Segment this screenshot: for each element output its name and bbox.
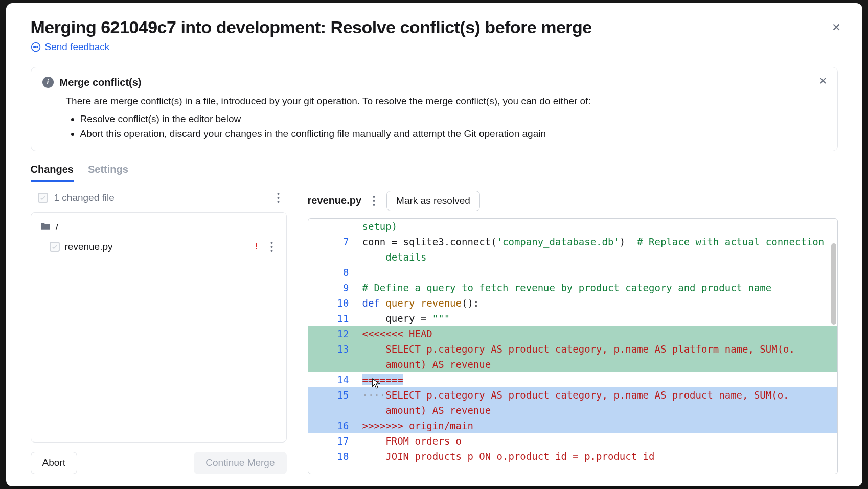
close-icon <box>831 21 842 33</box>
dialog-close-button[interactable] <box>831 21 842 33</box>
code-line[interactable]: 7conn = sqlite3.connect('company_databas… <box>308 234 837 249</box>
feedback-label: Send feedback <box>45 41 110 53</box>
line-content[interactable]: ····SELECT p.category AS product_categor… <box>360 387 837 403</box>
kebab-icon <box>270 242 273 252</box>
line-number: 9 <box>308 280 360 295</box>
code-line[interactable]: 9# Define a query to fetch revenue by pr… <box>308 280 837 295</box>
tab-changes[interactable]: Changes <box>31 164 74 182</box>
info-banner: i Merge conflict(s) There are merge conf… <box>31 67 838 151</box>
line-number: 7 <box>308 234 360 249</box>
file-checkbox[interactable] <box>50 242 60 252</box>
code-editor[interactable]: setup)7conn = sqlite3.connect('company_d… <box>308 218 838 474</box>
line-content[interactable]: <<<<<<< HEAD <box>360 326 837 341</box>
line-number: 16 <box>308 418 360 433</box>
file-item-menu-button[interactable] <box>266 240 277 254</box>
svg-point-2 <box>35 46 36 48</box>
kebab-icon <box>373 196 375 206</box>
line-number <box>308 249 360 265</box>
code-line[interactable]: 10def query_revenue(): <box>308 295 837 311</box>
svg-point-8 <box>270 246 272 248</box>
merge-conflict-dialog: Merging 621049c7 into development: Resol… <box>6 3 862 486</box>
code-line[interactable]: 8 <box>308 265 837 280</box>
conflict-marker-icon: ! <box>255 241 258 252</box>
info-close-button[interactable] <box>818 76 828 87</box>
file-list-menu-button[interactable] <box>273 191 284 205</box>
svg-point-1 <box>33 46 34 48</box>
code-line[interactable]: 14======= <box>308 372 837 387</box>
code-line-wrap[interactable]: amount) AS revenue <box>308 357 837 372</box>
line-content[interactable]: details <box>360 249 837 265</box>
svg-point-3 <box>37 46 38 48</box>
code-line-wrap[interactable]: details <box>308 249 837 265</box>
code-line[interactable]: 15····SELECT p.category AS product_categ… <box>308 387 837 403</box>
line-content[interactable]: FROM orders o <box>360 433 837 449</box>
mark-as-resolved-button[interactable]: Mark as resolved <box>386 191 480 211</box>
tree-file-revenue[interactable]: revenue.py ! <box>35 237 282 257</box>
svg-point-9 <box>270 250 272 252</box>
file-list-pane: 1 changed file / revenue.py ! <box>31 182 296 474</box>
line-number: 17 <box>308 433 360 449</box>
code-line[interactable]: 16>>>>>>> origin/main <box>308 418 837 433</box>
tab-settings[interactable]: Settings <box>88 164 128 182</box>
abort-button[interactable]: Abort <box>31 452 77 474</box>
svg-point-6 <box>277 201 279 203</box>
folder-icon <box>40 222 51 234</box>
line-content[interactable]: JOIN products p ON o.product_id = p.prod… <box>360 449 837 464</box>
line-number: 12 <box>308 326 360 341</box>
info-icon: i <box>42 77 54 88</box>
svg-point-7 <box>270 242 272 244</box>
line-content[interactable]: def query_revenue(): <box>360 295 837 311</box>
continue-merge-button: Continue Merge <box>194 452 286 474</box>
line-content[interactable]: amount) AS revenue <box>360 357 837 372</box>
code-line[interactable]: 11 query = """ <box>308 311 837 326</box>
tree-root[interactable]: / <box>35 219 282 237</box>
close-icon <box>818 76 828 86</box>
editor-menu-button[interactable] <box>369 194 379 208</box>
line-content[interactable]: # Define a query to fetch revenue by pro… <box>360 280 837 295</box>
info-body: There are merge conflict(s) in a file, i… <box>42 94 826 142</box>
line-number: 14 <box>308 372 360 387</box>
check-icon <box>39 194 47 201</box>
code-line[interactable]: 12<<<<<<< HEAD <box>308 326 837 341</box>
line-number: 18 <box>308 449 360 464</box>
svg-point-11 <box>373 200 375 202</box>
line-number <box>308 219 360 234</box>
merge-actions: Abort Continue Merge <box>31 443 287 474</box>
line-content[interactable]: query = """ <box>360 311 837 326</box>
select-all-checkbox[interactable] <box>38 193 48 203</box>
info-bullet-1: Resolve conflict(s) in the editor below <box>80 111 826 126</box>
svg-point-5 <box>277 197 279 199</box>
line-content[interactable]: ======= <box>360 372 837 387</box>
chat-icon <box>31 42 41 52</box>
info-bullet-2: Abort this operation, discard your chang… <box>80 126 826 141</box>
file-list-header: 1 changed file <box>31 191 287 205</box>
file-tree: / revenue.py ! <box>31 212 287 443</box>
line-number: 11 <box>308 311 360 326</box>
line-content[interactable]: conn = sqlite3.connect('company_database… <box>360 234 837 249</box>
check-icon <box>51 243 58 250</box>
line-number: 15 <box>308 387 360 403</box>
line-number <box>308 357 360 372</box>
tree-file-label: revenue.py <box>65 241 113 252</box>
tree-root-label: / <box>56 222 58 233</box>
line-number: 8 <box>308 265 360 280</box>
editor-pane: revenue.py Mark as resolved setup)7conn … <box>296 182 838 474</box>
code-line[interactable]: 18 JOIN products p ON o.product_id = p.p… <box>308 449 837 464</box>
line-content[interactable]: >>>>>>> origin/main <box>360 418 837 433</box>
line-content[interactable]: SELECT p.category AS product_category, p… <box>360 341 837 357</box>
info-intro: There are merge conflict(s) in a file, i… <box>66 96 591 106</box>
code-line[interactable]: 17 FROM orders o <box>308 433 837 449</box>
line-content[interactable]: amount) AS revenue <box>360 403 837 418</box>
scrollbar-thumb[interactable] <box>831 243 836 325</box>
line-content[interactable]: setup) <box>360 219 837 234</box>
code-line[interactable]: 13 SELECT p.category AS product_category… <box>308 341 837 357</box>
code-line-wrap[interactable]: amount) AS revenue <box>308 403 837 418</box>
send-feedback-link[interactable]: Send feedback <box>31 41 838 53</box>
tab-bar: Changes Settings <box>31 164 838 182</box>
dialog-title: Merging 621049c7 into development: Resol… <box>31 17 838 37</box>
svg-point-12 <box>373 204 375 206</box>
info-title: Merge conflict(s) <box>60 77 142 88</box>
line-content[interactable] <box>360 265 837 280</box>
code-line[interactable]: setup) <box>308 219 837 234</box>
editor-filename: revenue.py <box>308 195 362 206</box>
